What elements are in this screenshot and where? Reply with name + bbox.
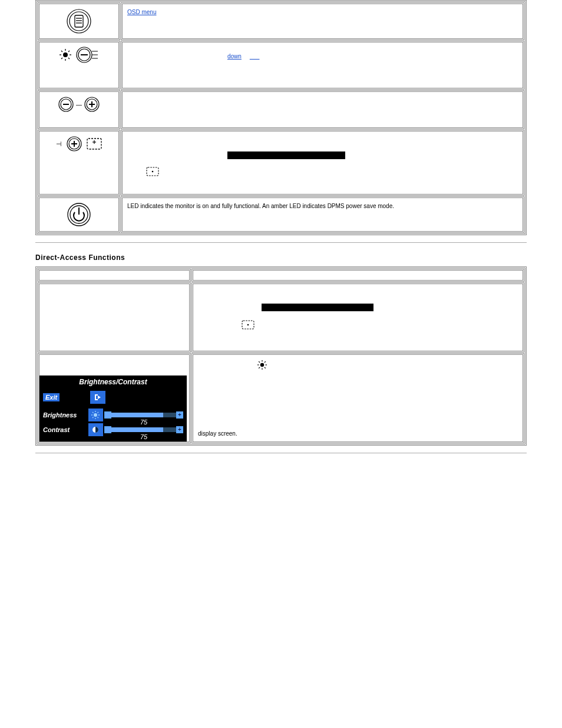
- svg-point-36: [152, 170, 154, 172]
- osd-exit-item[interactable]: Exit: [43, 393, 59, 401]
- osd-contrast-label: Contrast: [42, 426, 88, 433]
- brightness-inline-icon: [257, 361, 267, 368]
- direct-access-heading: Direct-Access Functions: [35, 253, 527, 262]
- minus-button-small-icon: [57, 95, 75, 113]
- section-divider: [35, 453, 527, 453]
- minus-button-icon: [75, 46, 99, 64]
- svg-line-13: [68, 51, 70, 52]
- svg-line-57: [259, 361, 260, 363]
- svg-line-47: [92, 412, 94, 413]
- direct-access-icon-cell: [38, 282, 191, 353]
- svg-point-42: [94, 413, 97, 417]
- osd-contrast-value: 75: [140, 433, 147, 440]
- control-icon-cell: [38, 2, 120, 40]
- direct-access-header-fn: [191, 269, 524, 282]
- plus-button-icon: [65, 135, 83, 153]
- svg-point-1: [70, 12, 88, 31]
- control-desc-cell: Auto Adjustment in progress: [121, 130, 524, 196]
- control-desc-cell: [121, 90, 524, 129]
- auto-adjust-inline-icon: [146, 166, 159, 176]
- direct-access-fn-cell: display screen.: [191, 353, 524, 443]
- svg-line-59: [265, 361, 266, 363]
- control-icon-cell: [38, 41, 120, 90]
- svg-line-50: [92, 417, 94, 419]
- auto-adjust-inline-icon: [242, 320, 254, 330]
- brightness-icon: [59, 48, 72, 61]
- osd-contrast-icon: [88, 423, 103, 436]
- osd-title: Brightness/Contrast: [39, 375, 187, 388]
- down-link[interactable]: down: [227, 53, 242, 60]
- svg-line-11: [61, 51, 62, 52]
- control-desc-cell: down: [121, 41, 524, 90]
- osd-brightness-value: 75: [140, 419, 147, 426]
- auto-adjust-black-bar: Auto Adjustment in progress: [227, 151, 345, 159]
- control-icon-cell: [38, 196, 120, 233]
- power-led-description: LED indicates the monitor is on and full…: [127, 203, 394, 209]
- direct-access-fn-cell: Auto Adjustment in progress: [191, 282, 524, 353]
- osd-exit-icon: [90, 391, 105, 404]
- svg-line-58: [265, 367, 266, 368]
- svg-rect-2: [75, 15, 83, 27]
- direct-access-osd-cell: Brightness/Contrast Exit Brightness: [38, 353, 191, 443]
- svg-point-6: [63, 52, 68, 57]
- svg-line-12: [68, 58, 70, 59]
- svg-point-52: [260, 363, 264, 367]
- svg-line-48: [98, 417, 99, 419]
- control-icon-cell: ⊣: [38, 130, 120, 196]
- osd-brightness-label: Brightness: [42, 411, 88, 419]
- control-icon-cell: —: [38, 90, 120, 129]
- osd-brightness-slider[interactable]: - + 75: [105, 413, 182, 417]
- svg-line-60: [259, 367, 260, 368]
- osd-contrast-slider[interactable]: - + 75: [105, 427, 182, 432]
- control-desc-cell: LED indicates the monitor is on and full…: [121, 196, 524, 233]
- svg-line-14: [61, 58, 62, 59]
- svg-line-49: [98, 412, 99, 413]
- osd-panel: Brightness/Contrast Exit Brightness: [39, 375, 187, 442]
- power-button-icon: [66, 210, 92, 217]
- brightness-fn-trail: display screen.: [198, 430, 237, 437]
- direct-access-table: Auto Adjustment in progress Brightness/C…: [35, 266, 527, 446]
- auto-adjust-progress-bar: Auto Adjustment in progress: [262, 304, 373, 311]
- direct-access-header-icon: [38, 269, 191, 282]
- menu-osd-link[interactable]: OSD menu: [127, 9, 156, 15]
- auto-adjust-icon: [87, 138, 102, 150]
- control-desc-cell: OSD menu: [121, 2, 524, 40]
- osd-brightness-icon: [88, 409, 103, 421]
- link-placeholder[interactable]: [250, 53, 260, 60]
- section-divider: [35, 242, 527, 243]
- menu-button-icon: [65, 18, 92, 24]
- svg-point-0: [67, 9, 91, 33]
- plus-button-small-icon: [83, 95, 101, 113]
- svg-point-41: [247, 324, 249, 326]
- front-panel-controls-table: OSD menu: [35, 0, 527, 235]
